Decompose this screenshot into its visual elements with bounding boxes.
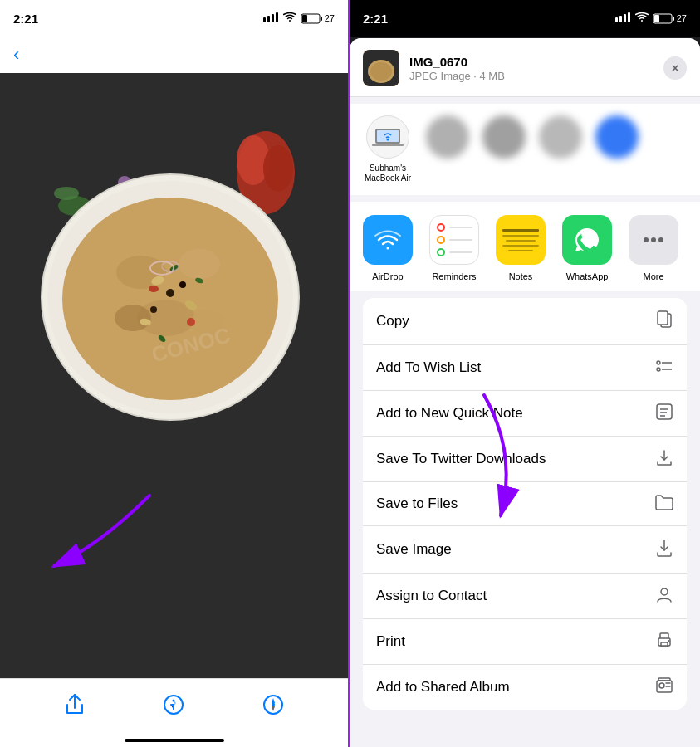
apps-row: AirDrop [350,202,700,291]
svg-point-53 [370,62,392,81]
right-status-bar: 2:21 [350,0,700,37]
svg-point-75 [668,640,670,642]
save-image-icon [655,538,673,561]
svg-point-66 [657,368,660,371]
assign-contact-label: Assign to Contact [376,588,487,604]
notes-icon [496,215,546,265]
signal-icon [263,11,278,26]
svg-rect-49 [654,15,659,22]
svg-point-27 [179,281,186,288]
svg-point-32 [187,318,195,326]
action-list: Copy Add To Wish List [363,298,687,710]
print-icon [655,631,673,652]
quicknote-icon [655,403,673,424]
svg-rect-47 [628,12,630,22]
macbook-name: Subham's MacBook Air [363,164,413,183]
whatsapp-label: WhatsApp [566,271,609,281]
right-battery-percent: 27 [677,13,687,23]
left-nav-bar: ‹ [0,37,348,73]
blurred-avatar-4 [595,115,639,159]
svg-point-11 [54,187,79,200]
svg-rect-6 [321,17,322,21]
app-airdrop[interactable]: AirDrop [363,215,413,281]
svg-rect-3 [276,12,278,22]
action-print[interactable]: Print [363,619,687,665]
print-label: Print [376,633,405,650]
svg-rect-50 [673,17,674,21]
svg-point-26 [166,289,174,297]
download-icon [655,448,673,470]
svg-point-33 [149,286,159,292]
save-image-label: Save Image [376,541,452,558]
info-button[interactable] [163,693,184,721]
reminders-icon [429,215,479,265]
action-assign-contact[interactable]: Assign to Contact [363,574,687,619]
svg-point-77 [659,683,664,688]
save-files-label: Save to Files [376,496,458,512]
right-battery-icon: 27 [653,13,687,24]
action-save-image[interactable]: Save Image [363,526,687,574]
share-button[interactable] [64,693,86,721]
app-reminders[interactable]: Reminders [429,215,479,281]
right-time: 2:21 [363,12,388,26]
wifi-icon [283,11,296,26]
left-time: 2:21 [13,12,38,26]
svg-rect-5 [302,15,307,22]
svg-rect-45 [619,16,622,22]
svg-rect-63 [658,311,668,325]
blurred-avatar-3 [539,115,582,159]
svg-point-61 [658,237,663,242]
person-blurred-1[interactable] [426,115,469,173]
people-row: Subham's MacBook Air [350,104,700,195]
person-blurred-4[interactable] [595,115,639,173]
action-save-files[interactable]: Save to Files [363,482,687,526]
svg-point-58 [387,139,389,141]
right-status-icons: 27 [615,11,687,26]
svg-point-28 [150,306,157,313]
share-header: IMG_0670 JPEG Image · 4 MB × [350,38,700,97]
person-macbook[interactable]: Subham's MacBook Air [363,115,413,183]
right-panel: 2:21 [350,0,700,747]
action-wishlist[interactable]: Add To Wish List [363,345,687,391]
file-info: IMG_0670 JPEG Image · 4 MB [409,55,653,82]
shared-album-label: Add to Shared Album [376,679,510,696]
svg-rect-78 [658,678,670,681]
compass-button[interactable] [262,693,284,721]
left-panel: 2:21 [0,0,350,747]
person-blurred-3[interactable] [539,115,582,173]
action-copy[interactable]: Copy [363,298,687,345]
app-whatsapp[interactable]: WhatsApp [562,215,612,281]
svg-rect-44 [615,17,618,22]
svg-point-60 [651,237,656,242]
action-quicknote[interactable]: Add to New Quick Note [363,391,687,437]
app-notes[interactable]: Notes [496,215,546,281]
svg-point-72 [661,588,668,595]
whatsapp-icon [562,215,612,265]
blurred-avatar-1 [426,115,469,159]
close-icon: × [672,61,678,75]
close-button[interactable]: × [663,56,687,80]
share-sheet: IMG_0670 JPEG Image · 4 MB × [350,38,700,747]
svg-point-17 [62,198,278,400]
file-meta: JPEG Image · 4 MB [409,70,653,82]
file-name: IMG_0670 [409,55,653,69]
svg-point-59 [644,237,649,242]
svg-point-22 [115,305,151,331]
right-wifi-icon [635,11,649,26]
wishlist-label: Add To Wish List [376,359,481,376]
svg-rect-74 [661,642,668,647]
left-status-bar: 2:21 [0,0,348,37]
svg-point-64 [657,361,660,364]
back-button[interactable]: ‹ [13,44,19,66]
svg-rect-46 [624,14,626,22]
action-twitter-dl[interactable]: Save To Twitter Downloads [363,437,687,482]
left-toolbar [0,678,348,747]
copy-label: Copy [376,313,409,330]
action-shared-album[interactable]: Add to Shared Album [363,665,687,710]
battery-percent: 27 [325,13,335,23]
wishlist-icon [655,357,673,378]
app-more[interactable]: More [629,215,678,281]
quicknote-label: Add to New Quick Note [376,405,523,422]
person-blurred-2[interactable] [482,115,526,173]
notes-label: Notes [509,271,533,281]
